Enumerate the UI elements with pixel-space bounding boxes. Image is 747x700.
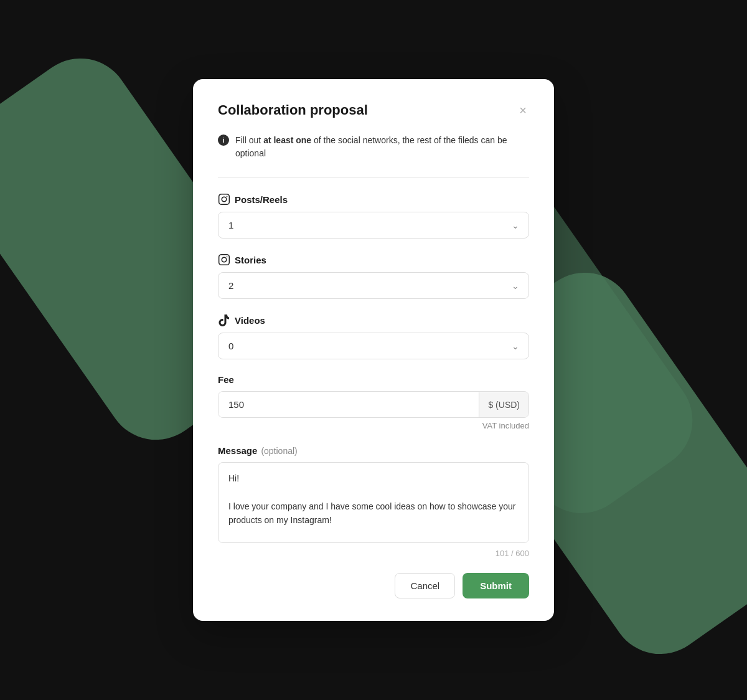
posts-reels-title: Posts/Reels: [235, 194, 288, 205]
svg-rect-0: [219, 194, 230, 205]
posts-reels-select[interactable]: 0 1 2 3 4 5: [218, 212, 529, 239]
videos-group: Videos 0 1 2 3 4 5 ⌄: [218, 314, 529, 359]
info-icon: i: [218, 135, 229, 146]
stories-select-wrapper: 0 1 2 3 4 5 ⌄: [218, 272, 529, 299]
char-count: 101 / 600: [218, 549, 529, 558]
cancel-button[interactable]: Cancel: [395, 573, 455, 598]
stories-title: Stories: [235, 255, 266, 265]
message-group: Message (optional) Hi! I love your compa…: [218, 445, 529, 558]
modal-title: Collaboration proposal: [218, 102, 368, 118]
videos-title: Videos: [235, 315, 265, 326]
videos-label: Videos: [218, 314, 529, 326]
videos-select-wrapper: 0 1 2 3 4 5 ⌄: [218, 333, 529, 359]
message-optional: (optional): [261, 446, 297, 456]
svg-point-5: [227, 257, 228, 258]
fee-currency-label: $ (USD): [479, 392, 529, 417]
stories-label: Stories: [218, 253, 529, 266]
stories-select[interactable]: 0 1 2 3 4 5: [218, 272, 529, 299]
videos-select[interactable]: 0 1 2 3 4 5: [218, 333, 529, 359]
posts-reels-label: Posts/Reels: [218, 193, 529, 206]
submit-button[interactable]: Submit: [463, 573, 529, 598]
message-title: Message: [218, 445, 257, 456]
posts-reels-group: Posts/Reels 0 1 2 3 4 5 ⌄: [218, 193, 529, 239]
message-label: Message (optional): [218, 445, 529, 456]
fee-input-row: $ (USD): [218, 391, 529, 418]
fee-group: Fee $ (USD) VAT included: [218, 374, 529, 430]
svg-rect-3: [219, 255, 230, 265]
instagram-posts-icon: [218, 193, 230, 206]
modal-footer: Cancel Submit: [218, 573, 529, 598]
svg-point-2: [227, 196, 228, 197]
tiktok-icon: [218, 314, 230, 326]
collaboration-proposal-modal: Collaboration proposal × i Fill out at l…: [193, 79, 554, 621]
instagram-stories-icon: [218, 253, 230, 266]
info-banner: i Fill out at least one of the social ne…: [218, 134, 529, 160]
vat-note: VAT included: [218, 421, 529, 430]
message-textarea[interactable]: Hi! I love your company and I have some …: [218, 462, 529, 543]
modal-header: Collaboration proposal ×: [218, 102, 529, 119]
close-button[interactable]: ×: [517, 102, 529, 119]
fee-input[interactable]: [218, 392, 479, 417]
stories-group: Stories 0 1 2 3 4 5 ⌄: [218, 253, 529, 299]
svg-point-4: [222, 257, 227, 262]
fee-label: Fee: [218, 374, 529, 385]
posts-reels-select-wrapper: 0 1 2 3 4 5 ⌄: [218, 212, 529, 239]
info-text: Fill out at least one of the social netw…: [235, 134, 529, 160]
modal-overlay: Collaboration proposal × i Fill out at l…: [193, 79, 554, 621]
svg-point-1: [222, 197, 227, 202]
section-divider: [218, 177, 529, 178]
